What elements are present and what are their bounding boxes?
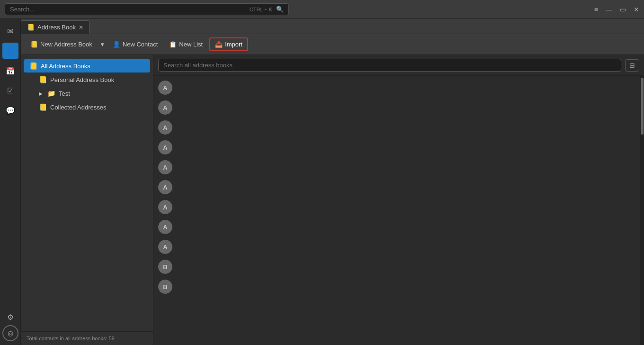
close-icon[interactable]: ✕ — [634, 6, 639, 13]
sidebar-item-test[interactable]: ▶ 📁 Test — [24, 87, 150, 100]
sidebar-item-all-address-books[interactable]: 📒 All Address Books — [24, 59, 150, 73]
contact-avatar-11: B — [158, 280, 172, 294]
contact-avatar-8: A — [158, 220, 172, 234]
content-area: 📒 All Address Books 📒 Personal Address B… — [21, 55, 644, 345]
new-address-book-dropdown[interactable]: ▾ — [99, 38, 106, 50]
tab-bar: 📒 Address Book ✕ — [21, 19, 644, 34]
new-list-icon: 📋 — [169, 41, 177, 48]
contact-avatar-7: A — [158, 200, 172, 214]
sidebar-item-tasks[interactable]: ☑ — [2, 82, 18, 99]
test-folder-icon: 📁 — [47, 90, 55, 97]
sidebar-item-chat[interactable]: 💬 — [2, 102, 18, 118]
content-with-tabs: 📒 Address Book ✕ 📒 New Address Book ▾ 👤 … — [21, 19, 644, 345]
contact-item-2[interactable]: A — [153, 98, 640, 118]
collected-addresses-label: Collected Addresses — [50, 104, 107, 111]
import-icon: 📥 — [215, 41, 223, 48]
tab-label: Address Book — [37, 24, 76, 31]
contacts-view-toggle[interactable]: ⊟ — [625, 59, 639, 72]
search-icon[interactable]: 🔍 — [276, 6, 284, 13]
contact-item-3[interactable]: A — [153, 118, 640, 137]
collected-addresses-icon: 📒 — [39, 103, 46, 111]
sidebar-item-collected-addresses[interactable]: 📒 Collected Addresses — [24, 100, 150, 114]
scrollbar-thumb[interactable] — [641, 78, 644, 135]
new-address-book-label: New Address Book — [40, 41, 92, 48]
new-list-label: New List — [179, 41, 203, 48]
contact-item-11[interactable]: B — [153, 277, 640, 297]
top-bar: CTRL + K 🔍 ≡ — ▭ ✕ — [0, 0, 644, 19]
maximize-icon[interactable]: ▭ — [620, 6, 626, 13]
contact-item-6[interactable]: A — [153, 177, 640, 197]
scrollbar-track[interactable] — [640, 76, 644, 345]
contact-avatar-3: A — [158, 120, 172, 135]
menu-icon[interactable]: ≡ — [594, 6, 598, 13]
contact-avatar-6: A — [158, 180, 172, 194]
contacts-list: A A A A A — [153, 76, 644, 345]
import-label: Import — [225, 41, 242, 48]
contact-avatar-1: A — [158, 81, 172, 95]
contacts-toolbar: ⊟ — [153, 55, 644, 76]
test-arrow-icon: ▶ — [39, 91, 43, 96]
contact-item-7[interactable]: A — [153, 197, 640, 217]
new-address-book-icon: 📒 — [30, 41, 38, 48]
new-address-book-button[interactable]: 📒 New Address Book — [26, 38, 97, 50]
new-list-button[interactable]: 📋 New List — [164, 38, 207, 50]
all-address-books-label: All Address Books — [41, 63, 90, 70]
contact-avatar-9: A — [158, 240, 172, 254]
main-container: ✉ 👤 📅 ☑ 💬 ⚙ ◎ 📒 Address Book ✕ 📒 New Add… — [0, 19, 644, 345]
contact-avatar-10: B — [158, 260, 172, 274]
window-controls: ≡ — ▭ ✕ — [594, 6, 639, 13]
sidebar-item-personal-address-book[interactable]: 📒 Personal Address Book — [24, 73, 150, 86]
sidebar-item-calendar[interactable]: 📅 — [2, 63, 18, 79]
global-search-input[interactable] — [10, 6, 246, 13]
new-contact-button[interactable]: 👤 New Contact — [108, 38, 162, 50]
contact-item-9[interactable]: A — [153, 237, 640, 257]
tab-address-book[interactable]: 📒 Address Book ✕ — [21, 20, 89, 34]
search-contacts-input[interactable] — [158, 59, 621, 72]
sidebar-item-radio[interactable]: ◎ — [2, 325, 18, 341]
tab-icon: 📒 — [27, 24, 35, 31]
icon-sidebar: ✉ 👤 📅 ☑ 💬 ⚙ ◎ — [0, 19, 21, 345]
contact-item-4[interactable]: A — [153, 137, 640, 157]
import-button[interactable]: 📥 Import — [209, 37, 248, 51]
left-panel: 📒 All Address Books 📒 Personal Address B… — [21, 55, 153, 345]
contact-avatar-2: A — [158, 100, 172, 115]
address-book-list: 📒 All Address Books 📒 Personal Address B… — [21, 55, 153, 331]
contact-avatar-5: A — [158, 160, 172, 174]
personal-address-book-icon: 📒 — [39, 76, 46, 83]
contact-item-10[interactable]: B — [153, 257, 640, 277]
contact-avatar-4: A — [158, 140, 172, 154]
minimize-icon[interactable]: — — [606, 6, 612, 13]
sidebar-bottom: ⚙ ◎ — [2, 309, 18, 341]
sidebar-item-settings[interactable]: ⚙ — [2, 309, 18, 325]
contacts-scroll-area[interactable]: A A A A A — [153, 76, 640, 345]
global-search-bar[interactable]: CTRL + K 🔍 — [5, 3, 289, 15]
sidebar-item-addressbook[interactable]: 👤 — [2, 43, 18, 59]
contact-item-1[interactable]: A — [153, 78, 640, 98]
all-address-books-icon: 📒 — [29, 62, 37, 70]
contacts-count-footer: Total contacts in all address books: 59 — [21, 331, 153, 345]
contact-item-5[interactable]: A — [153, 157, 640, 177]
new-contact-label: New Contact — [123, 41, 158, 48]
right-panel: ⊟ A A A A — [153, 55, 644, 345]
personal-address-book-label: Personal Address Book — [50, 76, 114, 83]
search-shortcut: CTRL + K — [250, 7, 272, 12]
toolbar: 📒 New Address Book ▾ 👤 New Contact 📋 New… — [21, 34, 644, 55]
contact-item-8[interactable]: A — [153, 217, 640, 237]
test-label: Test — [59, 90, 70, 97]
dropdown-arrow-icon: ▾ — [101, 41, 104, 48]
contacts-count-text: Total contacts in all address books: 59 — [27, 336, 115, 341]
tab-close-icon[interactable]: ✕ — [79, 24, 83, 31]
sidebar-item-mail[interactable]: ✉ — [2, 23, 18, 39]
new-contact-icon: 👤 — [113, 41, 120, 48]
